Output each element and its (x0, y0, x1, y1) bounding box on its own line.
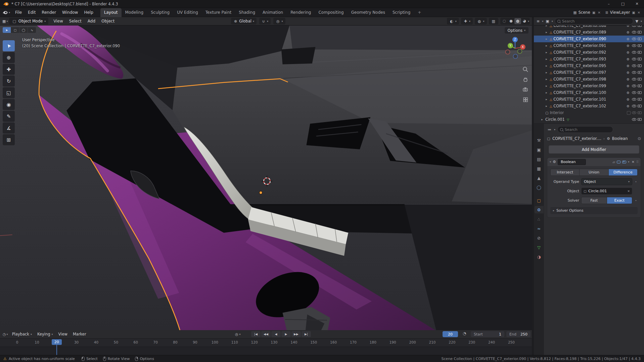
remove-modifier-icon[interactable]: ✕ (632, 160, 634, 164)
hide-in-viewport-icon[interactable] (632, 118, 636, 121)
outliner-item[interactable]: ▸ △ CORVETTE_C7_exterior.100 ⚙ (534, 89, 644, 96)
workspace-tab-add[interactable]: + (414, 8, 425, 17)
zoom-icon[interactable] (522, 66, 528, 72)
outliner-item[interactable]: ▸ △ CORVETTE_C7_exterior.098 ⚙ (534, 76, 644, 83)
collapse-icon[interactable]: ▾ (550, 160, 551, 163)
object-field[interactable]: ▢ Circle.001 ✕ (581, 188, 632, 195)
tab-scene[interactable]: ▲ (535, 174, 544, 182)
unlink-scene-icon[interactable]: ✕ (597, 11, 601, 14)
frame-start-field[interactable]: Start 1 (471, 331, 504, 337)
workspace-tab-scripting[interactable]: Scripting (389, 8, 414, 17)
playhead-badge[interactable]: 20 (52, 339, 62, 345)
modifier-indicator-icon[interactable]: ⚙ (626, 84, 631, 88)
visibility-dropdown[interactable]: ◐ ▾ (447, 18, 459, 24)
modifier-indicator-icon[interactable]: ⚙ (626, 91, 631, 95)
transform-tool[interactable]: ◉ (3, 99, 15, 110)
breadcrumb-object[interactable]: CORVETTE_C7_exterior.... (552, 136, 601, 141)
solver-options-header[interactable]: ▸ Solver Options (550, 207, 638, 214)
outliner-item[interactable]: ▸ △ CORVETTE_C7_exterior.097 ⚙ (534, 69, 644, 76)
expand-icon[interactable]: ▸ (545, 57, 548, 61)
tab-view-layer[interactable]: ▦ (535, 165, 544, 172)
hide-in-viewport-icon[interactable] (632, 31, 636, 34)
tab-physics[interactable]: ≈ (535, 225, 544, 232)
disable-in-render-icon[interactable] (638, 105, 642, 107)
disable-in-render-icon[interactable] (638, 51, 642, 54)
view-layer-selector[interactable]: ViewLayer (610, 10, 630, 15)
disable-in-render-icon[interactable] (638, 111, 642, 114)
hide-in-viewport-icon[interactable] (632, 71, 636, 74)
outliner-item[interactable]: ▸ △ CORVETTE_C7_exterior.099 ⚙ (534, 83, 644, 89)
outliner-item[interactable]: ▸ △ CORVETTE_C7_exterior.102 ⚙ (534, 103, 644, 109)
scene-selector[interactable]: Scene (579, 10, 590, 15)
timeline-menu-view[interactable]: View (56, 332, 70, 337)
play-reverse-button[interactable]: ◀ (271, 331, 281, 337)
disable-in-render-icon[interactable] (638, 91, 642, 94)
expand-icon[interactable]: ▸ (545, 71, 548, 74)
outliner-item[interactable]: ▸ Circle.001 ▽ (534, 116, 644, 123)
tab-render[interactable]: ▣ (535, 146, 544, 153)
menu-render[interactable]: Render (39, 8, 59, 17)
timeline-menu-playback[interactable]: Playback▾ (9, 332, 35, 337)
modifier-indicator-icon[interactable]: ⚙ (626, 37, 631, 41)
xray-toggle[interactable]: ▥ (489, 18, 498, 24)
viewport-menu-view[interactable]: View (50, 17, 66, 25)
decorator-dot[interactable]: • (634, 180, 638, 184)
modifier-name-field[interactable]: Boolean (558, 159, 586, 165)
menu-file[interactable]: File (12, 8, 25, 17)
tab-constraints[interactable]: ⊘ (535, 234, 544, 242)
material-preview-shading-button[interactable]: ◍ (514, 18, 521, 24)
tab-object[interactable]: ▢ (535, 197, 544, 204)
filter-icon[interactable]: ▼ (635, 19, 639, 23)
add-modifier-button[interactable]: Add Modifier (549, 145, 639, 154)
timeline-menu-marker[interactable]: Marker (70, 332, 89, 337)
modifier-indicator-icon[interactable]: ⚙ (626, 71, 631, 74)
expand-icon[interactable]: ▸ (545, 64, 548, 67)
display-mode-icon[interactable]: ▣ (545, 19, 550, 23)
play-button[interactable]: ▶ (281, 331, 291, 337)
rotate-tool[interactable]: ↻ (3, 75, 15, 87)
expand-icon[interactable]: ▸ (540, 118, 544, 121)
modifier-indicator-icon[interactable]: ⚙ (626, 104, 631, 108)
edit-mode-toggle-icon[interactable]: ▱ (612, 160, 615, 164)
tab-output[interactable]: ▤ (535, 155, 544, 163)
jump-to-start-button[interactable]: |◀ (251, 331, 261, 337)
menu-window[interactable]: Window (59, 8, 81, 17)
show-in-viewport-icon[interactable] (617, 161, 620, 163)
outliner-item[interactable]: ▸ △ CORVETTE_C7_exterior.090 ⚙ (534, 36, 644, 42)
maximize-button[interactable]: □ (616, 0, 630, 8)
hide-in-viewport-icon[interactable] (632, 98, 636, 101)
snapping-dropdown[interactable]: ∪ ▾ (259, 18, 271, 24)
tab-object-data[interactable]: ▽ (535, 244, 544, 251)
proportional-editing-dropdown[interactable]: ◎ ▾ (273, 18, 285, 24)
3d-viewport[interactable]: ➤▢◯∿ Options ▾ User Perspective (20) Sce… (0, 25, 532, 330)
pin-icon[interactable]: ⊙ (638, 136, 641, 141)
menu-help[interactable]: Help (81, 8, 96, 17)
expand-icon[interactable]: ▸ (545, 44, 548, 47)
options-button[interactable]: Options ▾ (505, 27, 528, 34)
disable-in-render-icon[interactable] (638, 78, 642, 81)
viewport-menu-add[interactable]: Add (85, 17, 98, 25)
object-mode-dropdown[interactable]: ▢ Object Mode ▾ (9, 18, 48, 24)
modifier-indicator-icon[interactable]: ⚙ (626, 64, 631, 68)
prev-keyframe-button[interactable]: ◀◀ (261, 331, 271, 337)
add-cube-tool[interactable]: ⊞ (3, 134, 15, 145)
auto-keying-toggle[interactable]: ◎ ▾ (235, 332, 241, 337)
disable-in-render-icon[interactable] (638, 118, 642, 121)
solver-fast-button[interactable]: Fast (582, 197, 607, 204)
scale-tool[interactable]: ◱ (3, 87, 15, 98)
modifier-indicator-icon[interactable]: ⚙ (626, 77, 631, 81)
workspace-tab-modeling[interactable]: Modeling (122, 8, 147, 17)
frame-end-field[interactable]: End 250 (506, 331, 531, 337)
frame-ruler[interactable]: 0102030405060708090100110120130140150160… (0, 339, 532, 347)
hide-in-viewport-icon[interactable] (632, 85, 636, 87)
select-mode-lasso[interactable]: ∿ (28, 27, 36, 33)
tab-material[interactable]: ◑ (535, 253, 544, 260)
next-keyframe-button[interactable]: ▶▶ (291, 331, 301, 337)
workspace-tab-compositing[interactable]: Compositing (315, 8, 347, 17)
hide-in-viewport-icon[interactable] (632, 105, 636, 107)
overlays-dropdown[interactable]: ◍ ▾ (475, 18, 487, 24)
measure-tool[interactable]: ∡ (3, 122, 15, 134)
disable-in-render-icon[interactable] (638, 44, 642, 47)
workspace-tab-sculpting[interactable]: Sculpting (147, 8, 173, 17)
operation-difference-button[interactable]: Difference (609, 169, 637, 175)
